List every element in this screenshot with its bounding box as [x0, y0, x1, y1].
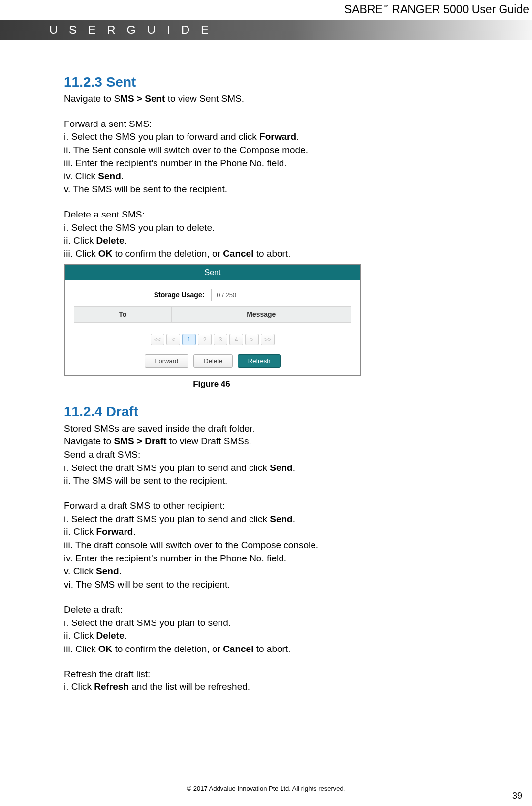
text: iv. Click [64, 171, 98, 181]
product-header: SABRE™ RANGER 5000 User Guide [0, 0, 532, 16]
text: i. Select the draft SMS you plan to send… [64, 617, 498, 629]
text: to confirm the deletion, or [112, 248, 223, 259]
text: . [121, 171, 124, 181]
pager-page-4[interactable]: 4 [229, 334, 243, 345]
text-bold: Forward [96, 527, 133, 537]
text: vi. The SMS will be sent to the recipien… [64, 579, 498, 591]
pager-page-2[interactable]: 2 [198, 334, 212, 345]
text-bold: Send [96, 566, 119, 576]
pager-first[interactable]: << [151, 334, 164, 345]
text: i. Click [64, 682, 94, 692]
pagination: << < 1 2 3 4 > >> [74, 334, 351, 345]
text: . [296, 131, 299, 142]
text-bold: MS > Sent [120, 93, 165, 104]
footer-copyright: © 2017 Addvalue Innovation Pte Ltd. All … [0, 785, 532, 792]
text: to abort. [253, 248, 290, 259]
product-prefix: SABRE [344, 3, 383, 16]
text: ii. The Sent console will switch over to… [64, 144, 498, 156]
text-bold: Cancel [223, 644, 253, 654]
text: to abort. [253, 644, 290, 654]
text: . [133, 527, 135, 537]
text: iii. Enter the recipient's number in the… [64, 157, 498, 170]
pager-page-3[interactable]: 3 [214, 334, 227, 345]
table-header: To Message [74, 306, 351, 323]
text: Stored SMSs are saved inside the draft f… [64, 423, 498, 435]
text: to view Sent SMS. [165, 93, 244, 104]
product-suffix: RANGER 5000 User Guide [389, 3, 529, 16]
panel-title: Sent [65, 265, 360, 280]
text: iv. Enter the recipient's number in the … [64, 553, 498, 565]
refresh-button[interactable]: Refresh [238, 354, 281, 368]
pager-prev[interactable]: < [166, 334, 180, 345]
section-heading-sent: 11.2.3 Sent [64, 74, 498, 90]
user-guide-banner: U S E R G U I D E [0, 20, 532, 40]
text: v. The SMS will be sent to the recipient… [64, 184, 498, 196]
text: ii. Click [64, 235, 96, 246]
text: . [124, 630, 126, 641]
section-body-draft: Stored SMSs are saved inside the draft f… [64, 423, 498, 693]
subhead: Delete a draft: [64, 604, 498, 616]
text-bold: Send [270, 514, 292, 524]
section-body-sent: Navigate to SMS > Sent to view Sent SMS.… [64, 93, 498, 260]
forward-button[interactable]: Forward [145, 354, 189, 368]
pager-last[interactable]: >> [261, 334, 275, 345]
storage-usage-value: 0 / 250 [211, 289, 271, 301]
text: ii. Click [64, 630, 96, 641]
text-bold: SMS > Draft [114, 436, 166, 446]
text: Navigate to S [64, 93, 120, 104]
section-heading-draft: 11.2.4 Draft [64, 404, 498, 420]
text-bold: OK [98, 248, 113, 259]
text: iii. The draft console will switch over … [64, 539, 498, 552]
figure-caption: Figure 46 [64, 379, 359, 389]
text: . [293, 463, 295, 473]
text: and the list will be refreshed. [129, 682, 250, 692]
text: iii. Click [64, 644, 98, 654]
text: ii. The SMS will be sent to the recipien… [64, 475, 498, 487]
text: . [293, 514, 295, 524]
text: to confirm the deletion, or [112, 644, 223, 654]
text: v. Click [64, 566, 96, 576]
sent-panel-screenshot: Sent Storage Usage: 0 / 250 To Message <… [64, 264, 361, 376]
subhead: Refresh the draft list: [64, 668, 498, 681]
text-bold: Cancel [223, 248, 253, 259]
text: Navigate to [64, 436, 114, 446]
text: iii. Click [64, 248, 98, 259]
pager-page-1[interactable]: 1 [182, 334, 196, 345]
text: . [119, 566, 122, 576]
text: i. Select the SMS you plan to forward an… [64, 131, 259, 142]
text-bold: Forward [259, 131, 296, 142]
text: to view Draft SMSs. [167, 436, 251, 446]
text-bold: Delete [96, 235, 124, 246]
subhead: Forward a sent SMS: [64, 118, 498, 130]
storage-usage-label: Storage Usage: [154, 291, 205, 299]
text: i. Select the draft SMS you plan to send… [64, 463, 270, 473]
text: . [124, 235, 126, 246]
text-bold: OK [98, 644, 113, 654]
column-message: Message [172, 307, 351, 322]
page-number: 39 [512, 791, 522, 801]
text-bold: Send [98, 171, 121, 181]
banner-text: U S E R G U I D E [49, 23, 213, 37]
text: i. Select the SMS you plan to delete. [64, 222, 498, 234]
text: i. Select the draft SMS you plan to send… [64, 514, 270, 524]
text-bold: Delete [96, 630, 124, 641]
trademark-symbol: ™ [383, 3, 389, 10]
text: ii. Click [64, 527, 96, 537]
text-bold: Send [270, 463, 292, 473]
subhead: Forward a draft SMS to other recipient: [64, 500, 498, 512]
text-bold: Refresh [94, 682, 129, 692]
subhead: Delete a sent SMS: [64, 209, 498, 221]
pager-next[interactable]: > [245, 334, 259, 345]
column-to: To [74, 307, 172, 322]
delete-button[interactable]: Delete [193, 354, 233, 368]
subhead: Send a draft SMS: [64, 449, 498, 461]
